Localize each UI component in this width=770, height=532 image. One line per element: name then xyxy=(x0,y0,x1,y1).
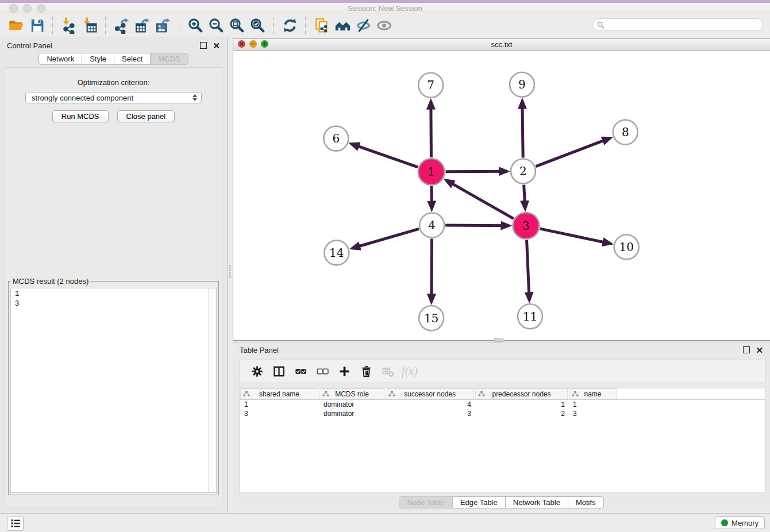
home-icon[interactable] xyxy=(332,16,353,35)
node-14[interactable]: 14 xyxy=(324,240,349,265)
svg-text:14: 14 xyxy=(329,246,344,260)
function-icon: f(x) xyxy=(399,363,421,380)
edge-2-8[interactable] xyxy=(536,138,610,166)
column-header-successor-nodes[interactable]: successor nodes xyxy=(386,388,474,399)
close-panel-button[interactable]: Close panel xyxy=(117,110,175,122)
toolbar-separator xyxy=(179,17,180,34)
edge-3-11[interactable] xyxy=(527,240,530,300)
export-image-icon[interactable] xyxy=(153,16,174,35)
control-panel-tabs: NetworkStyleSelectMCDS xyxy=(0,53,227,65)
zoom-out-icon[interactable] xyxy=(206,16,226,35)
node-6[interactable]: 6 xyxy=(324,126,348,151)
column-header-MCDS-role[interactable]: MCDS role xyxy=(319,388,384,399)
add-row-icon[interactable] xyxy=(333,363,355,380)
hide-navigator-icon[interactable] xyxy=(353,16,374,35)
export-table-icon[interactable] xyxy=(132,16,153,35)
edge-1-7[interactable] xyxy=(431,102,432,157)
node-9[interactable]: 9 xyxy=(510,72,534,97)
column-header-predecessor-nodes[interactable]: predecessor nodes xyxy=(475,388,568,399)
table-cell: 1 xyxy=(569,400,618,408)
zoom-selected-icon[interactable] xyxy=(247,16,268,35)
task-history-button[interactable] xyxy=(7,516,24,531)
run-mcds-button[interactable]: Run MCDS xyxy=(52,110,109,122)
table-tab-node-table[interactable]: Node Table xyxy=(399,496,453,508)
refresh-layout-icon[interactable] xyxy=(279,16,300,35)
edge-4-15[interactable] xyxy=(432,238,432,302)
control-panel-float-icon[interactable] xyxy=(200,42,207,49)
node-table: shared name MCDS role successor nodes pr… xyxy=(240,388,765,492)
column-header-name[interactable]: name xyxy=(569,388,617,399)
search-input[interactable] xyxy=(605,20,763,30)
edge-4-14[interactable] xyxy=(352,229,419,248)
deselect-all-icon[interactable] xyxy=(311,363,333,380)
network-graph[interactable]: 7 9 6 8 1 2 4 3 14 10 15 11 xyxy=(233,51,770,341)
tab-network[interactable]: Network xyxy=(38,53,82,65)
window-close-button[interactable] xyxy=(9,4,18,13)
network-minimize-icon[interactable] xyxy=(249,40,257,48)
control-panel-title: Control Panel xyxy=(7,41,52,50)
delete-row-icon[interactable] xyxy=(355,363,377,380)
result-scrollbar[interactable] xyxy=(208,288,216,492)
node-1[interactable]: 1 xyxy=(418,159,445,185)
edge-3-1[interactable] xyxy=(446,180,514,219)
edge-1-6[interactable] xyxy=(352,144,418,167)
memory-status-dot xyxy=(721,519,728,526)
network-close-icon[interactable] xyxy=(238,40,245,48)
vertical-splitter-grip[interactable] xyxy=(229,265,231,279)
table-tab-motifs[interactable]: Motifs xyxy=(568,496,604,508)
node-11[interactable]: 11 xyxy=(518,304,542,329)
open-session-icon[interactable] xyxy=(6,16,26,35)
clone-network-icon[interactable] xyxy=(311,16,332,35)
column-header-shared-name[interactable]: shared name xyxy=(240,388,318,399)
table-panel-float-icon[interactable] xyxy=(743,346,750,353)
app-title: Session: New Session xyxy=(0,3,770,14)
zoom-fit-icon[interactable] xyxy=(226,16,247,35)
node-7[interactable]: 7 xyxy=(418,73,443,98)
search-box[interactable] xyxy=(592,18,763,31)
node-8[interactable]: 8 xyxy=(613,120,638,145)
control-panel-close-icon[interactable]: ✕ xyxy=(213,42,220,49)
svg-text:2: 2 xyxy=(519,164,527,178)
svg-text:6: 6 xyxy=(332,132,340,145)
save-session-icon[interactable] xyxy=(26,16,47,35)
columns-icon[interactable] xyxy=(268,363,290,380)
gear-icon[interactable] xyxy=(246,363,268,380)
edge-4-3[interactable] xyxy=(445,225,509,226)
optimization-select[interactable]: strongly connected component xyxy=(25,92,202,103)
table-tab-edge-table[interactable]: Edge Table xyxy=(453,496,506,508)
table-row[interactable]: 1dominator411 xyxy=(240,400,765,409)
tab-select[interactable]: Select xyxy=(114,53,151,65)
zoom-in-icon[interactable] xyxy=(185,16,206,35)
edge-1-2[interactable] xyxy=(446,171,507,172)
tab-mcds[interactable]: MCDS xyxy=(151,53,188,65)
node-2[interactable]: 2 xyxy=(511,159,536,184)
select-all-icon[interactable] xyxy=(290,363,311,380)
network-window-titlebar[interactable]: scc.txt xyxy=(233,38,770,51)
table-row[interactable]: 3dominator323 xyxy=(240,409,765,418)
table-tab-network-table[interactable]: Network Table xyxy=(506,496,568,508)
table-panel-close-icon[interactable]: ✕ xyxy=(756,346,763,354)
mcds-result-title: MCDS result (2 nodes) xyxy=(11,277,90,286)
edge-2-9[interactable] xyxy=(522,101,523,158)
window-minimize-button[interactable] xyxy=(23,4,32,13)
node-15[interactable]: 15 xyxy=(419,306,444,330)
edge-2-3[interactable] xyxy=(524,185,525,209)
memory-button[interactable]: Memory xyxy=(715,516,765,529)
window-zoom-button[interactable] xyxy=(37,4,45,13)
mcds-result-box: MCDS result (2 nodes) 13 xyxy=(8,277,219,495)
export-network-icon[interactable] xyxy=(111,16,132,35)
search-icon xyxy=(597,21,605,29)
show-details-icon[interactable] xyxy=(374,16,394,35)
node-4[interactable]: 4 xyxy=(419,213,444,237)
edge-3-10[interactable] xyxy=(540,229,610,244)
node-10[interactable]: 10 xyxy=(614,234,639,259)
network-zoom-icon[interactable] xyxy=(261,40,268,48)
optimization-value: strongly connected component xyxy=(32,94,133,102)
horizontal-splitter-grip[interactable] xyxy=(494,338,503,342)
tab-style[interactable]: Style xyxy=(82,53,114,65)
table-cell: 4 xyxy=(386,400,475,408)
import-table-icon[interactable] xyxy=(79,16,100,35)
mcds-result-list: 13 xyxy=(10,288,217,493)
node-3[interactable]: 3 xyxy=(513,213,539,239)
import-network-icon[interactable] xyxy=(59,16,79,35)
